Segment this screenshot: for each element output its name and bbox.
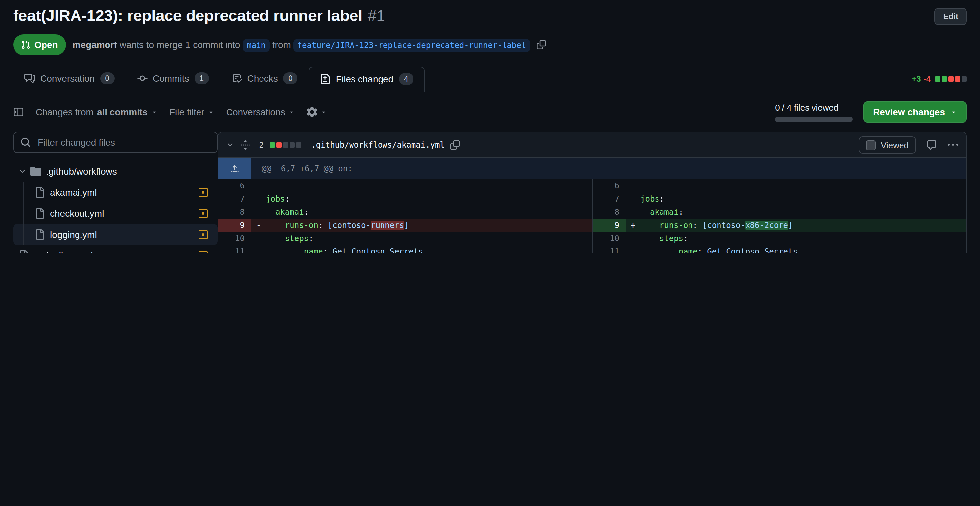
file-icon: [34, 229, 45, 240]
diff-row: 9+ runs-on: [contoso-x86-2core]: [593, 219, 966, 232]
diff-marker: [251, 192, 266, 206]
conversations-dropdown[interactable]: Conversations: [226, 107, 295, 117]
title-row: feat(JIRA-123): replace deprecated runne…: [13, 6, 967, 25]
pr-author[interactable]: megamorf: [73, 40, 117, 50]
file-diff-icon: [320, 74, 331, 84]
code-token: runs-on: [660, 221, 693, 230]
line-number[interactable]: 8: [593, 206, 626, 219]
diff-body: @@ -6,7 +6,7 @@ on:67jobs:8 akamai:9- ru…: [218, 158, 966, 253]
caret-down-icon: [151, 109, 158, 115]
file-path[interactable]: .github/workflows/akamai.yml: [311, 140, 444, 149]
diff-marker: -: [251, 219, 266, 232]
code-token: [640, 247, 669, 253]
tab-checks[interactable]: Checks0: [220, 66, 309, 92]
code-token: x86-2core: [745, 221, 788, 230]
diff-marker: [251, 245, 266, 253]
viewed-button[interactable]: Viewed: [858, 136, 916, 154]
tab-conversation[interactable]: Conversation0: [13, 66, 126, 92]
diff-marker: [251, 206, 266, 219]
chevron-down-icon[interactable]: [226, 141, 234, 149]
pr-state-badge: Open: [13, 34, 66, 56]
code-token: [266, 247, 294, 253]
line-number[interactable]: 9: [218, 219, 251, 232]
sidebar-collapse-icon[interactable]: [13, 107, 24, 117]
code-token: [contoso-: [328, 221, 371, 230]
diff-row: 8 akamai:: [593, 206, 966, 219]
drag-handle-icon[interactable]: [240, 140, 251, 150]
diff-modified-icon: [198, 187, 208, 198]
sidebar-item-github-workflows[interactable]: .github/workflows: [13, 161, 218, 182]
kebab-horizontal-icon[interactable]: [948, 140, 958, 150]
diff-panels: 2.github/workflows/akamai.ymlViewed@@ -6…: [218, 132, 967, 253]
diffstat-block: [961, 76, 967, 82]
diffstat-block: [955, 76, 960, 82]
pr-meta-text: megamorf wants to merge 1 commit into ma…: [73, 40, 530, 50]
pr-state-label: Open: [34, 40, 58, 50]
filter-changed-files-input[interactable]: [36, 136, 210, 148]
file-header-actions: Viewed: [858, 136, 958, 154]
diff-row: 11 - name: Get Contoso Secrets: [218, 245, 592, 253]
line-number[interactable]: 6: [218, 179, 251, 192]
copy-icon[interactable]: [450, 140, 460, 149]
line-number[interactable]: 10: [218, 232, 251, 245]
line-number[interactable]: 11: [218, 245, 251, 253]
viewed-checkbox[interactable]: [865, 140, 875, 150]
diff-row: 7jobs:: [218, 192, 592, 206]
merge-into-text: wants to merge 1 commit into: [120, 40, 240, 50]
from-text: from: [272, 40, 291, 50]
pr-title-text: feat(JIRA-123): replace deprecated runne…: [13, 6, 363, 24]
review-changes-label: Review changes: [873, 107, 945, 117]
comment-icon[interactable]: [927, 140, 937, 150]
sidebar-item-akamai-yml[interactable]: akamai.yml: [13, 182, 218, 203]
tree-connector: [23, 182, 24, 245]
code-token: :: [323, 247, 328, 253]
code-token: akamai: [650, 208, 679, 217]
changes-from-dropdown[interactable]: Changes from all commits: [36, 107, 158, 117]
code-token: :: [285, 194, 290, 204]
diffstat-blocks: [931, 75, 967, 84]
copy-icon[interactable]: [536, 40, 546, 49]
code-line: runs-on: [contoso-runners]: [266, 219, 409, 232]
line-number[interactable]: 11: [593, 245, 626, 253]
line-number[interactable]: 8: [218, 206, 251, 219]
line-number[interactable]: 6: [593, 179, 626, 192]
head-branch-label[interactable]: feature/JIRA-123-replace-deprecated-runn…: [293, 39, 530, 52]
file-diffstat: [269, 142, 302, 148]
tab-commits[interactable]: Commits1: [126, 66, 220, 92]
diff-settings-dropdown[interactable]: [307, 107, 328, 117]
line-number[interactable]: 7: [218, 192, 251, 206]
code-line: steps:: [266, 232, 313, 245]
expand-up-button[interactable]: [218, 158, 251, 179]
line-number[interactable]: 9: [593, 219, 626, 232]
tab-counter: 0: [100, 73, 115, 84]
line-number[interactable]: 10: [593, 232, 626, 245]
review-changes-button[interactable]: Review changes: [863, 102, 967, 122]
code-token: Get Contoso Secrets: [702, 247, 798, 253]
file-header: 2.github/workflows/akamai.ymlViewed: [218, 132, 966, 158]
content: .github/workflowsakamai.ymlcheckout.ymll…: [0, 129, 980, 253]
code-token: :: [309, 234, 313, 243]
code-token: :: [304, 208, 309, 217]
base-branch-label[interactable]: main: [243, 39, 270, 52]
sidebar-item-actionlint-yaml[interactable]: actionlint.yaml: [13, 245, 218, 253]
tab-files-changed[interactable]: Files changed4: [309, 67, 425, 92]
diff-row: 10 steps:: [593, 232, 966, 245]
toolbar-right: 0 / 4 files viewed Review changes: [775, 102, 967, 122]
sidebar-item-checkout-yml[interactable]: checkout.yml: [13, 203, 218, 224]
code-token: Get Contoso Secrets: [328, 247, 423, 253]
search-icon: [21, 137, 31, 148]
code-token: -: [669, 247, 679, 253]
code-line: jobs:: [266, 192, 290, 206]
file-diffstat-block: [289, 142, 294, 148]
tab-counter: 0: [283, 73, 298, 84]
line-number[interactable]: 7: [593, 192, 626, 206]
diff-marker: [626, 245, 640, 253]
pr-tab-nav: Conversation0Commits1Checks0Files change…: [13, 66, 967, 92]
file-panel-github-workflows-akamai-yml: 2.github/workflows/akamai.ymlViewed@@ -6…: [218, 132, 967, 253]
edit-button[interactable]: Edit: [935, 8, 967, 25]
sidebar-item-logging-yml[interactable]: logging.yml: [13, 224, 218, 245]
file-filter-dropdown[interactable]: File filter: [170, 107, 214, 117]
gear-icon: [307, 107, 318, 117]
code-line: runs-on: [contoso-x86-2core]: [640, 219, 793, 232]
chevron-down-icon[interactable]: [19, 167, 26, 175]
